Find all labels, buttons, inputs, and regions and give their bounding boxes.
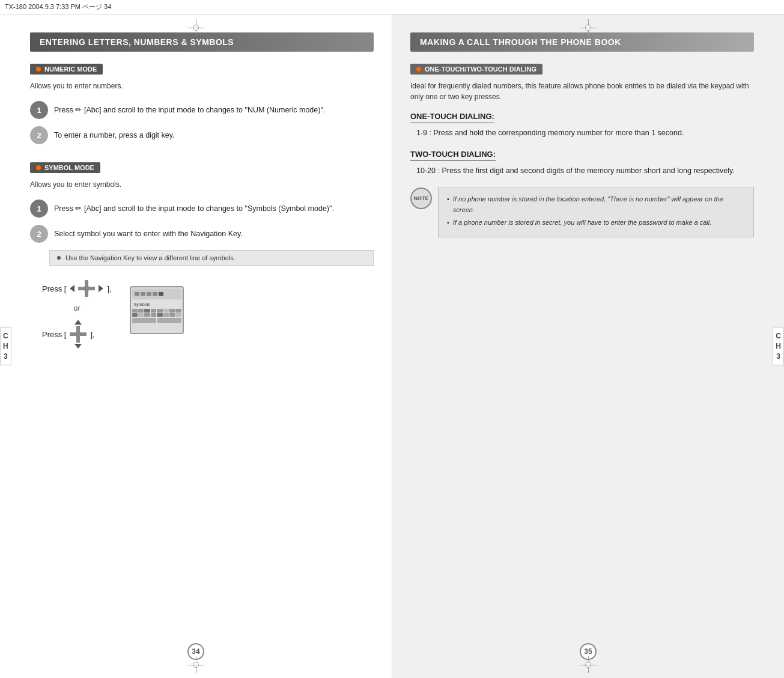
numeric-mode-label: NUMERIC MODE (30, 64, 103, 75)
symbol-step2-icon: 2 (30, 225, 48, 243)
note-text-1: If no phone number is stored in the loca… (453, 194, 745, 215)
phone-icon3 (147, 292, 151, 296)
press-label-2: Press [ (42, 330, 66, 339)
note-dot-1: • (447, 194, 449, 205)
sym13 (157, 313, 162, 317)
sym1 (132, 309, 138, 313)
sym4 (151, 309, 156, 313)
phone-screen-mockup: Symbols (130, 286, 184, 334)
or-text: or (42, 304, 112, 313)
numeric-step1-text: Press ✏ [Abc] and scroll to the input mo… (54, 101, 325, 116)
sym2 (138, 309, 144, 313)
phone-icon4 (153, 292, 157, 296)
phone-input-text: Symbols (134, 302, 150, 307)
symbol-note-box: Use the Navigation Key to view a differe… (49, 250, 374, 266)
top-bar-text: TX-180 2004.9.3 7:33 PM ページ 34 (5, 3, 111, 10)
sym12 (151, 313, 156, 317)
note-icon: NOTE (410, 188, 432, 209)
sym7 (169, 309, 175, 313)
crosshair-bottom-left (187, 656, 204, 673)
one-touch-section: ONE-TOUCH DIALING: 1-9 : Press and hold … (410, 112, 754, 139)
numeric-step1: 1 Press ✏ [Abc] and scroll to the input … (30, 101, 374, 119)
dpad-vertical (70, 320, 87, 349)
nav-diagram: Press [ ], or Press [ (30, 280, 374, 349)
two-touch-title: TWO-TOUCH DIALING: (410, 150, 496, 161)
sym8 (175, 309, 181, 313)
note-bullet-dot (57, 256, 61, 260)
symbol-dot (36, 165, 41, 170)
nav-text-block: Press [ ], or Press [ (42, 280, 112, 349)
arrow-down-icon (74, 344, 82, 349)
sym14 (163, 313, 169, 317)
top-bar: TX-180 2004.9.3 7:33 PM ページ 34 (0, 0, 784, 14)
one-two-touch-dot (416, 67, 421, 72)
dpad2-down (76, 337, 80, 343)
crosshair-bottom-right (580, 656, 597, 673)
page-right: MAKING A CALL THROUGH THE PHONE BOOK ONE… (392, 14, 784, 678)
two-touch-text: 10-20 : Press the first digit and second… (410, 165, 754, 177)
arrow-up-icon (74, 320, 82, 325)
phone-icon1 (135, 292, 139, 296)
symbol-description: Allows you to enter symbols. (30, 179, 374, 190)
nav-row1: Press [ ], (42, 280, 112, 297)
dpad-icon-2 (70, 326, 87, 343)
dpad2-right (81, 332, 87, 336)
dpad2-center (75, 331, 81, 337)
symbol-step2: 2 Select symbol you want to enter with t… (30, 225, 374, 243)
sym6 (163, 309, 169, 313)
chapter-marker-right: C H 3 (773, 327, 784, 365)
press-label-1-end: ], (107, 284, 111, 293)
note-bullet-1: • If no phone number is stored in the lo… (447, 194, 745, 215)
phone-symbol-grid (132, 309, 181, 317)
phone-icon5 (159, 292, 163, 296)
sym16 (175, 313, 181, 317)
numeric-step2-icon: 2 (30, 126, 48, 144)
dpad-down (85, 291, 88, 297)
sym11 (144, 313, 150, 317)
numeric-step2: 2 To enter a number, press a digit key. (30, 126, 374, 144)
phone-input-row: Symbols (132, 301, 181, 308)
right-description: Ideal for frequently dialed numbers, thi… (410, 81, 754, 102)
chapter-marker-left: C H 3 (0, 327, 11, 365)
one-touch-text: 1-9 : Press and hold the corresponding m… (410, 127, 754, 139)
page-left: C H 3 ENTERING LETTERS, NUMBERS & SYMBOL… (0, 14, 392, 678)
sym3 (144, 309, 150, 313)
phone-btn-ok (132, 318, 156, 323)
numeric-step2-text: To enter a number, press a digit key. (54, 126, 175, 141)
numeric-dot (36, 67, 41, 72)
symbol-step2-text: Select symbol you want to enter with the… (54, 225, 243, 240)
one-touch-title: ONE-TOUCH DIALING: (410, 112, 494, 123)
symbol-step1-icon: 1 (30, 200, 48, 218)
crosshair-top-right (580, 19, 597, 36)
nav-row2: Press [ ], (42, 320, 112, 349)
two-touch-section: TWO-TOUCH DIALING: 10-20 : Press the fir… (410, 150, 754, 177)
phone-icons-row (135, 292, 163, 296)
one-two-touch-label: ONE-TOUCH/TWO-TOUCH DIALING (410, 64, 542, 75)
phone-display: Symbols (130, 286, 184, 334)
note-section: NOTE • If no phone number is stored in t… (410, 188, 754, 237)
sym5 (157, 309, 162, 313)
dpad-icon-1 (78, 280, 95, 297)
dpad-center (84, 286, 90, 292)
symbol-step1: 1 Press ✏ [Abc] and scroll to the input … (30, 200, 374, 218)
phone-btn-cancel (157, 318, 181, 323)
phone-screen-top-bar (132, 289, 181, 299)
symbol-note-text: Use the Navigation Key to view a differe… (65, 254, 236, 261)
note-text-2: If a phone number is stored in secret, y… (453, 218, 711, 228)
note-box-right: • If no phone number is stored in the lo… (438, 188, 754, 237)
phone-icon2 (141, 292, 145, 296)
numeric-step1-icon: 1 (30, 101, 48, 119)
press-label-1: Press [ (42, 284, 66, 293)
arrow-right-icon (99, 285, 103, 292)
note-dot-2: • (447, 218, 449, 228)
dpad-right (89, 287, 95, 290)
crosshair-top-left (187, 19, 204, 36)
phone-bottom-bar (132, 318, 181, 323)
arrow-left-icon (70, 285, 74, 292)
symbol-mode-section: SYMBOL MODE Allows you to enter symbols.… (30, 162, 374, 266)
sym15 (169, 313, 175, 317)
note-bullet-2: • If a phone number is stored in secret,… (447, 218, 745, 228)
symbol-step1-text: Press ✏ [Abc] and scroll to the input mo… (54, 200, 334, 215)
sym9 (132, 313, 138, 317)
numeric-description: Allows you to enter numbers. (30, 81, 374, 91)
